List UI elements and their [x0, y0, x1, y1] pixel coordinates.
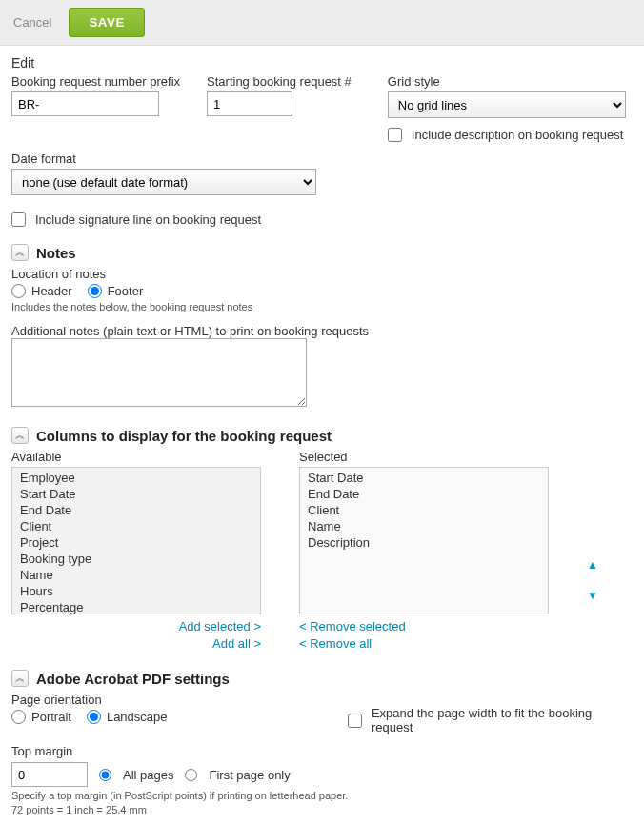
- add-selected-link[interactable]: Add selected >: [11, 618, 261, 635]
- collapse-icon[interactable]: ︽: [11, 670, 29, 687]
- remove-all-link[interactable]: < Remove all: [299, 635, 549, 653]
- topmargin-help2: 72 points = 1 inch = 25.4 mm: [11, 804, 633, 815]
- footer-radio-label: Footer: [108, 284, 144, 298]
- move-down-icon[interactable]: ▼: [587, 589, 598, 602]
- list-item[interactable]: Hours: [12, 583, 260, 599]
- orientation-label: Page orientation: [11, 693, 321, 707]
- notes-heading: Notes: [36, 245, 76, 261]
- location-label: Location of notes: [11, 267, 633, 281]
- include-desc-label: Include description on booking request: [412, 128, 624, 142]
- expand-width-label: Expand the page width to fit the booking…: [372, 706, 633, 734]
- available-label: Available: [11, 450, 261, 464]
- allpages-radio[interactable]: [99, 769, 111, 781]
- firstpage-label: First page only: [209, 768, 290, 782]
- list-item[interactable]: Booking type: [12, 551, 260, 567]
- dateformat-select[interactable]: none (use default date format): [11, 169, 316, 195]
- list-item[interactable]: Project: [12, 534, 260, 551]
- list-item[interactable]: Name: [300, 518, 548, 534]
- topmargin-help1: Specify a top margin (in PostScript poin…: [11, 790, 633, 801]
- header-radio[interactable]: [11, 284, 26, 298]
- collapse-icon[interactable]: ︽: [11, 244, 29, 261]
- gridstyle-select[interactable]: No grid lines: [388, 91, 626, 118]
- allpages-label: All pages: [123, 768, 173, 782]
- list-item[interactable]: Start Date: [300, 470, 548, 486]
- startnum-input[interactable]: [207, 91, 292, 116]
- additional-notes-label: Additional notes (plain text or HTML) to…: [11, 324, 633, 338]
- toolbar: Cancel SAVE: [0, 0, 644, 46]
- portrait-radio[interactable]: [11, 710, 26, 724]
- prefix-label: Booking request number prefix: [11, 74, 180, 89]
- move-up-icon[interactable]: ▲: [587, 558, 598, 572]
- dateformat-label: Date format: [11, 151, 316, 166]
- list-item[interactable]: End Date: [12, 502, 260, 518]
- expand-width-checkbox[interactable]: [348, 714, 362, 728]
- pdf-heading: Adobe Acrobat PDF settings: [36, 671, 230, 687]
- save-button[interactable]: SAVE: [69, 8, 144, 37]
- include-desc-checkbox[interactable]: [388, 128, 402, 142]
- topmargin-input[interactable]: [11, 762, 88, 787]
- cancel-button[interactable]: Cancel: [13, 15, 51, 30]
- edit-heading: Edit: [11, 55, 633, 70]
- list-item[interactable]: Description: [300, 534, 548, 551]
- include-sig-checkbox[interactable]: [11, 212, 26, 227]
- list-item[interactable]: Percentage: [12, 599, 260, 614]
- selected-label: Selected: [299, 450, 549, 464]
- topmargin-label: Top margin: [11, 744, 633, 758]
- list-item[interactable]: Client: [12, 518, 260, 534]
- include-sig-label: Include signature line on booking reques…: [35, 212, 261, 227]
- landscape-label: Landscape: [107, 710, 168, 724]
- firstpage-radio[interactable]: [185, 769, 197, 781]
- header-radio-label: Header: [31, 284, 72, 298]
- prefix-input[interactable]: [11, 91, 159, 116]
- available-listbox[interactable]: EmployeeStart DateEnd DateClientProjectB…: [11, 467, 261, 614]
- list-item[interactable]: Employee: [12, 470, 260, 486]
- columns-heading: Columns to display for the booking reque…: [36, 428, 332, 444]
- list-item[interactable]: Name: [12, 567, 260, 583]
- startnum-label: Starting booking request #: [207, 74, 352, 89]
- selected-listbox[interactable]: Start DateEnd DateClientNameDescription: [299, 467, 549, 614]
- notes-help: Includes the notes below, the booking re…: [11, 301, 633, 312]
- landscape-radio[interactable]: [87, 710, 101, 724]
- list-item[interactable]: Client: [300, 502, 548, 518]
- add-all-link[interactable]: Add all >: [11, 635, 261, 653]
- portrait-label: Portrait: [31, 710, 71, 724]
- gridstyle-label: Grid style: [388, 74, 633, 89]
- footer-radio[interactable]: [88, 284, 102, 298]
- list-item[interactable]: Start Date: [12, 486, 260, 502]
- list-item[interactable]: End Date: [300, 486, 548, 502]
- additional-notes-textarea[interactable]: [11, 338, 307, 407]
- remove-selected-link[interactable]: < Remove selected: [299, 618, 549, 635]
- collapse-icon[interactable]: ︽: [11, 427, 29, 444]
